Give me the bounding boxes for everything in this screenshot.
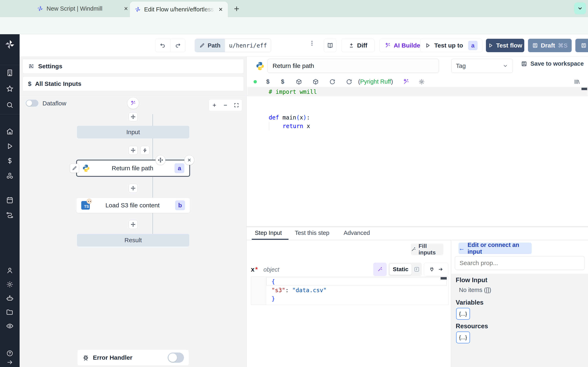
tag-select[interactable]: Tag: [451, 59, 513, 73]
schedules-calendar-icon[interactable]: [6, 196, 14, 204]
edit-step-button[interactable]: [70, 164, 79, 173]
graph-ai-button[interactable]: [127, 98, 139, 109]
save-to-workspace-button[interactable]: Save to workspace: [521, 60, 584, 67]
tab-advanced[interactable]: Advanced: [344, 230, 370, 236]
browser-tab-inactive[interactable]: New Script | Windmill: [37, 2, 129, 15]
ai-wand-icon: [385, 42, 391, 49]
users-person-icon[interactable]: [6, 267, 14, 275]
favorites-star-icon[interactable]: [6, 85, 14, 92]
dataflow-toggle[interactable]: [26, 100, 38, 107]
folders-icon[interactable]: [6, 308, 14, 316]
ai-wand-icon: [130, 100, 136, 106]
dataflow-label: Dataflow: [43, 100, 66, 107]
resources-object-chip[interactable]: {...}: [456, 332, 470, 343]
variables-dollar-icon[interactable]: [6, 157, 14, 165]
fullscreen-icon[interactable]: [234, 103, 239, 108]
indent-guide: [269, 122, 269, 131]
input-node[interactable]: Input: [77, 126, 189, 138]
tab-search-chevron-button[interactable]: [574, 2, 586, 14]
more-kebab-icon[interactable]: [309, 40, 315, 47]
json-line: "s3": "data.csv": [272, 286, 327, 295]
delete-step-button[interactable]: [184, 155, 194, 165]
error-handler-toggle[interactable]: [168, 352, 184, 363]
json-arg-editor[interactable]: { "s3": "data.csv" }: [251, 276, 449, 305]
add-step-button[interactable]: [129, 184, 138, 193]
help-icon[interactable]: [6, 350, 13, 357]
draft-button[interactable]: Draft ⌘S: [528, 39, 572, 52]
resources-cubes-icon[interactable]: [6, 172, 14, 180]
error-handler-card[interactable]: Error Handler: [77, 350, 189, 366]
all-static-inputs-button[interactable]: $ All Static Inputs: [22, 76, 244, 91]
variable-dollar-icon[interactable]: $: [266, 78, 269, 85]
workspace-icon[interactable]: [6, 69, 14, 77]
add-step-button[interactable]: [129, 146, 138, 155]
plug-icon[interactable]: [429, 267, 435, 272]
add-step-button[interactable]: [129, 112, 138, 121]
edit-connect-button[interactable]: ← Edit or connect an input: [458, 243, 532, 254]
library-icon[interactable]: [574, 79, 580, 85]
resource-dollar-icon[interactable]: $: [281, 78, 284, 85]
test-up-to-button[interactable]: Test up to a: [420, 39, 482, 52]
variables-object-chip[interactable]: {...}: [456, 308, 470, 320]
collapse-arrow-icon[interactable]: [6, 359, 13, 366]
diff-button[interactable]: Diff: [341, 39, 374, 52]
reload-icon[interactable]: [329, 78, 336, 85]
close-icon[interactable]: [218, 7, 223, 12]
zoom-in-icon[interactable]: [212, 103, 217, 108]
fill-inputs-button[interactable]: Fill inputs: [411, 243, 443, 255]
home-icon[interactable]: [6, 128, 14, 135]
code-editor[interactable]: # import wmill def main(x): return x: [247, 87, 588, 226]
undo-button[interactable]: [155, 39, 170, 52]
close-icon[interactable]: [123, 6, 129, 11]
new-tab-icon[interactable]: [233, 5, 241, 13]
search-icon[interactable]: [6, 101, 14, 109]
step-title-input[interactable]: [268, 59, 439, 73]
audit-eye-icon[interactable]: [6, 322, 14, 330]
flow-input-empty: No items ([]): [459, 287, 491, 293]
javascript-expr-icon[interactable]: [414, 266, 420, 272]
add-trigger-button[interactable]: [140, 146, 149, 155]
editor-scrollbar[interactable]: [441, 277, 447, 280]
step-badge: a: [468, 41, 477, 50]
ai-builder-label: AI Builder: [394, 42, 423, 49]
runs-play-icon[interactable]: [6, 142, 14, 150]
path-chip[interactable]: Path u/henri/eff: [195, 39, 271, 52]
ai-wand-icon[interactable]: [403, 78, 409, 85]
editor-scrollbar[interactable]: [581, 88, 587, 90]
redo-button[interactable]: [170, 39, 185, 52]
flow-toolbar: Untitled Path u/henri/eff Di: [20, 34, 588, 57]
move-step-handle[interactable]: [156, 155, 165, 165]
tab-test-this-step[interactable]: Test this step: [295, 230, 329, 236]
docs-button[interactable]: [324, 39, 337, 52]
diff-label: Diff: [357, 42, 367, 49]
ai-fill-button[interactable]: [373, 263, 387, 276]
flows-route-icon[interactable]: [6, 211, 14, 219]
add-step-button[interactable]: [129, 220, 138, 229]
result-node[interactable]: Result: [77, 234, 189, 247]
arrow-right-icon[interactable]: [438, 267, 443, 272]
resources-heading: Resources: [456, 323, 488, 330]
tab-step-input[interactable]: Step Input: [255, 230, 282, 236]
zoom-out-icon[interactable]: [223, 103, 228, 108]
windmill-logo[interactable]: [4, 39, 15, 50]
settings-gear-icon[interactable]: [418, 78, 425, 85]
search-prop-input[interactable]: [455, 256, 585, 270]
step-node-b[interactable]: TS Load S3 file content b: [76, 198, 190, 213]
reload-icon[interactable]: [346, 78, 352, 85]
json-line: {: [272, 277, 275, 286]
deploy-button[interactable]: Deploy: [575, 39, 588, 52]
ai-wand-icon: [377, 267, 383, 272]
package-icon[interactable]: [312, 78, 319, 85]
flow-settings-button[interactable]: Settings: [22, 59, 244, 74]
step-node-a[interactable]: Return file path a: [76, 160, 190, 177]
workers-robot-icon[interactable]: [6, 294, 14, 302]
tab-title: Edit Flow u/henri/effortless_fl: [144, 6, 215, 13]
static-mode-button[interactable]: Static: [389, 264, 412, 275]
package-icon[interactable]: [296, 78, 302, 85]
edit-connect-label: Edit or connect an input: [467, 242, 532, 255]
test-flow-button[interactable]: Test flow: [486, 39, 524, 52]
browser-tab-active[interactable]: Edit Flow u/henri/effortless_fl: [130, 2, 228, 17]
lint-label[interactable]: Pyright Ruff: [360, 78, 391, 85]
settings-gear-icon[interactable]: [6, 281, 14, 288]
chevron-down-icon: [502, 63, 508, 69]
